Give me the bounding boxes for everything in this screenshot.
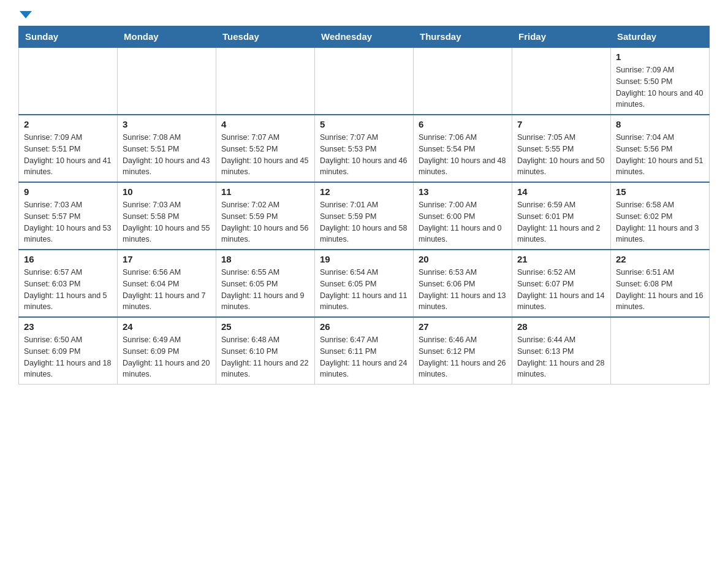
day-info: Sunrise: 6:56 AMSunset: 6:04 PMDaylight:… [123,267,211,313]
day-info: Sunrise: 7:09 AMSunset: 5:51 PMDaylight:… [24,132,112,178]
day-number: 2 [24,119,112,129]
day-number: 18 [221,254,309,264]
day-cell: 21Sunrise: 6:52 AMSunset: 6:07 PMDayligh… [512,250,611,317]
day-cell: 11Sunrise: 7:02 AMSunset: 5:59 PMDayligh… [216,182,315,250]
day-cell: 12Sunrise: 7:01 AMSunset: 5:59 PMDayligh… [315,182,414,250]
day-info: Sunrise: 7:00 AMSunset: 6:00 PMDaylight:… [419,199,507,245]
day-info: Sunrise: 6:52 AMSunset: 6:07 PMDaylight:… [517,267,605,313]
header-thursday: Thursday [414,26,512,48]
day-number: 12 [320,186,408,197]
day-info: Sunrise: 7:02 AMSunset: 5:59 PMDaylight:… [221,199,309,245]
day-info: Sunrise: 6:51 AMSunset: 6:08 PMDaylight:… [616,267,704,313]
day-cell [216,47,315,115]
day-number: 17 [123,254,211,264]
day-number: 10 [123,186,211,197]
day-number: 22 [616,254,704,264]
header-saturday: Saturday [611,26,710,48]
day-cell: 15Sunrise: 6:58 AMSunset: 6:02 PMDayligh… [611,182,710,250]
day-info: Sunrise: 6:59 AMSunset: 6:01 PMDaylight:… [517,199,605,245]
day-cell: 6Sunrise: 7:06 AMSunset: 5:54 PMDaylight… [414,115,512,182]
day-number: 15 [616,186,704,197]
day-info: Sunrise: 7:05 AMSunset: 5:55 PMDaylight:… [517,132,605,178]
day-info: Sunrise: 6:46 AMSunset: 6:12 PMDaylight:… [419,334,507,380]
day-cell: 19Sunrise: 6:54 AMSunset: 6:05 PMDayligh… [315,250,414,317]
day-number: 23 [24,321,112,332]
day-cell: 13Sunrise: 7:00 AMSunset: 6:00 PMDayligh… [414,182,512,250]
day-number: 1 [616,52,704,62]
day-info: Sunrise: 7:07 AMSunset: 5:52 PMDaylight:… [221,132,309,178]
week-row-0: 1Sunrise: 7:09 AMSunset: 5:50 PMDaylight… [19,47,710,115]
day-info: Sunrise: 7:09 AMSunset: 5:50 PMDaylight:… [616,64,704,110]
day-cell: 17Sunrise: 6:56 AMSunset: 6:04 PMDayligh… [118,250,216,317]
day-info: Sunrise: 6:47 AMSunset: 6:11 PMDaylight:… [320,334,408,380]
day-number: 13 [419,186,507,197]
header-tuesday: Tuesday [216,26,315,48]
day-number: 14 [517,186,605,197]
day-info: Sunrise: 7:01 AMSunset: 5:59 PMDaylight:… [320,199,408,245]
day-cell [512,47,611,115]
day-cell: 23Sunrise: 6:50 AMSunset: 6:09 PMDayligh… [19,317,118,385]
day-cell [118,47,216,115]
calendar-body: 1Sunrise: 7:09 AMSunset: 5:50 PMDaylight… [19,47,710,385]
day-cell: 14Sunrise: 6:59 AMSunset: 6:01 PMDayligh… [512,182,611,250]
day-number: 7 [517,119,605,129]
day-cell [19,47,118,115]
day-info: Sunrise: 6:57 AMSunset: 6:03 PMDaylight:… [24,267,112,313]
day-cell: 5Sunrise: 7:07 AMSunset: 5:53 PMDaylight… [315,115,414,182]
logo-triangle-icon [20,11,32,18]
day-cell: 28Sunrise: 6:44 AMSunset: 6:13 PMDayligh… [512,317,611,385]
header-friday: Friday [512,26,611,48]
day-info: Sunrise: 6:55 AMSunset: 6:05 PMDaylight:… [221,267,309,313]
day-cell [611,317,710,385]
day-cell: 22Sunrise: 6:51 AMSunset: 6:08 PMDayligh… [611,250,710,317]
day-info: Sunrise: 7:07 AMSunset: 5:53 PMDaylight:… [320,132,408,178]
day-info: Sunrise: 6:49 AMSunset: 6:09 PMDaylight:… [123,334,211,380]
day-number: 24 [123,321,211,332]
day-number: 26 [320,321,408,332]
day-cell: 25Sunrise: 6:48 AMSunset: 6:10 PMDayligh… [216,317,315,385]
day-number: 20 [419,254,507,264]
day-info: Sunrise: 6:50 AMSunset: 6:09 PMDaylight:… [24,334,112,380]
day-info: Sunrise: 7:03 AMSunset: 5:57 PMDaylight:… [24,199,112,245]
day-cell: 4Sunrise: 7:07 AMSunset: 5:52 PMDaylight… [216,115,315,182]
logo [18,12,32,20]
day-number: 19 [320,254,408,264]
day-cell: 2Sunrise: 7:09 AMSunset: 5:51 PMDaylight… [19,115,118,182]
day-cell: 26Sunrise: 6:47 AMSunset: 6:11 PMDayligh… [315,317,414,385]
day-number: 5 [320,119,408,129]
day-info: Sunrise: 6:58 AMSunset: 6:02 PMDaylight:… [616,199,704,245]
day-cell: 16Sunrise: 6:57 AMSunset: 6:03 PMDayligh… [19,250,118,317]
day-info: Sunrise: 7:04 AMSunset: 5:56 PMDaylight:… [616,132,704,178]
day-info: Sunrise: 6:44 AMSunset: 6:13 PMDaylight:… [517,334,605,380]
day-number: 25 [221,321,309,332]
day-cell: 3Sunrise: 7:08 AMSunset: 5:51 PMDaylight… [118,115,216,182]
day-number: 16 [24,254,112,264]
header-wednesday: Wednesday [315,26,414,48]
day-cell: 10Sunrise: 7:03 AMSunset: 5:58 PMDayligh… [118,182,216,250]
week-row-4: 23Sunrise: 6:50 AMSunset: 6:09 PMDayligh… [19,317,710,385]
week-row-1: 2Sunrise: 7:09 AMSunset: 5:51 PMDaylight… [19,115,710,182]
day-cell: 18Sunrise: 6:55 AMSunset: 6:05 PMDayligh… [216,250,315,317]
day-cell: 20Sunrise: 6:53 AMSunset: 6:06 PMDayligh… [414,250,512,317]
day-number: 3 [123,119,211,129]
day-cell: 24Sunrise: 6:49 AMSunset: 6:09 PMDayligh… [118,317,216,385]
day-cell: 7Sunrise: 7:05 AMSunset: 5:55 PMDaylight… [512,115,611,182]
week-row-2: 9Sunrise: 7:03 AMSunset: 5:57 PMDaylight… [19,182,710,250]
day-info: Sunrise: 7:08 AMSunset: 5:51 PMDaylight:… [123,132,211,178]
day-cell [414,47,512,115]
week-row-3: 16Sunrise: 6:57 AMSunset: 6:03 PMDayligh… [19,250,710,317]
day-cell: 8Sunrise: 7:04 AMSunset: 5:56 PMDaylight… [611,115,710,182]
day-cell: 9Sunrise: 7:03 AMSunset: 5:57 PMDaylight… [19,182,118,250]
day-number: 8 [616,119,704,129]
page-header [18,12,710,20]
day-number: 11 [221,186,309,197]
calendar-table: SundayMondayTuesdayWednesdayThursdayFrid… [18,26,710,385]
day-number: 28 [517,321,605,332]
day-number: 4 [221,119,309,129]
day-info: Sunrise: 6:54 AMSunset: 6:05 PMDaylight:… [320,267,408,313]
day-number: 21 [517,254,605,264]
day-cell [315,47,414,115]
day-info: Sunrise: 7:06 AMSunset: 5:54 PMDaylight:… [419,132,507,178]
day-number: 27 [419,321,507,332]
header-monday: Monday [118,26,216,48]
